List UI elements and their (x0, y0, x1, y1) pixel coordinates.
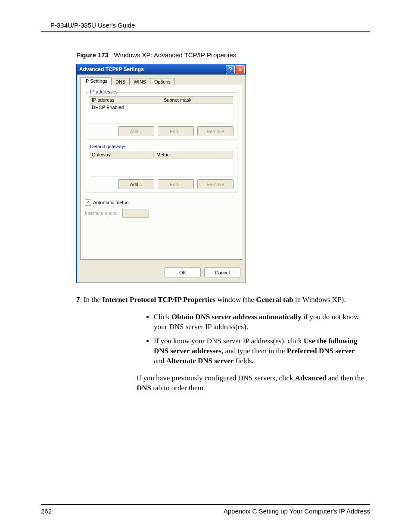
advanced-dns-note: If you have previously configured DNS se… (137, 373, 366, 393)
ip-col-address: IP address (89, 96, 161, 104)
gw-col-metric: Metric (154, 151, 233, 159)
step-7: 7In the Internet Protocol TCP/IP Propert… (76, 295, 370, 305)
tab-panel: IP addresses IP address Subnet mask DHCP… (80, 85, 242, 260)
cancel-button[interactable]: Cancel (204, 268, 240, 277)
dialog-title: Advanced TCP/IP Settings (79, 66, 144, 72)
ip-addresses-legend: IP addresses (89, 89, 119, 94)
interface-metric-input (122, 209, 149, 218)
gw-edit-button[interactable]: Edit... (158, 179, 194, 189)
page-number: 262 (41, 507, 52, 515)
header-rule (41, 31, 370, 32)
ok-button[interactable]: OK (165, 268, 201, 277)
default-gateways-group: Default gateways: Gateway Metric Add... … (85, 147, 237, 193)
tab-ip-settings[interactable]: IP Settings (80, 77, 112, 85)
bullet-use-following: If you know your DNS server IP address(e… (154, 336, 366, 366)
ip-addresses-list[interactable]: IP address Subnet mask DHCP Enabled (89, 96, 234, 124)
dns-instruction-list: Click Obtain DNS server address automati… (137, 312, 366, 366)
gw-remove-button[interactable]: Remove (197, 179, 234, 189)
titlebar: Advanced TCP/IP Settings ? × (77, 64, 246, 75)
gw-add-button[interactable]: Add... (118, 179, 154, 189)
tab-wins[interactable]: WINS (129, 78, 150, 86)
tab-strip: IP Settings DNS WINS Options (77, 75, 246, 85)
figure-caption-text: Windows XP: Advanced TCP/IP Properties (114, 51, 237, 59)
footer-rule (41, 504, 370, 505)
footer-appendix: Appendix C Setting up Your Computer's IP… (224, 507, 370, 515)
step-number: 7 (76, 296, 80, 303)
tab-dns[interactable]: DNS (111, 78, 130, 86)
ip-row-dhcp[interactable]: DHCP Enabled (89, 104, 233, 111)
gateways-list[interactable]: Gateway Metric (89, 151, 234, 177)
default-gateways-legend: Default gateways: (89, 144, 129, 149)
ip-remove-button[interactable]: Remove (197, 126, 234, 136)
dialog-footer: OK Cancel (77, 263, 246, 283)
figure-label: Figure 173 (76, 51, 109, 59)
automatic-metric-checkbox[interactable]: ✓ (85, 199, 91, 205)
automatic-metric-label: Automatic metric (93, 200, 128, 205)
help-icon[interactable]: ? (226, 65, 235, 74)
ip-addresses-group: IP addresses IP address Subnet mask DHCP… (85, 92, 237, 140)
ip-add-button[interactable]: Add... (118, 126, 154, 136)
gw-col-gateway: Gateway (89, 151, 154, 159)
interface-metric-label: Interface metric: (85, 211, 119, 216)
page-header: P-334U/P-335U User's Guide (41, 19, 370, 29)
ip-edit-button[interactable]: Edit... (158, 126, 194, 136)
advanced-tcpip-dialog: Advanced TCP/IP Settings ? × IP Settings… (76, 64, 246, 283)
tab-options[interactable]: Options (150, 78, 175, 86)
bullet-obtain-auto: Click Obtain DNS server address automati… (154, 312, 366, 332)
figure-caption: Figure 173 Windows XP: Advanced TCP/IP P… (76, 51, 370, 59)
ip-col-subnet: Subnet mask (161, 96, 233, 104)
close-icon[interactable]: × (236, 65, 245, 74)
